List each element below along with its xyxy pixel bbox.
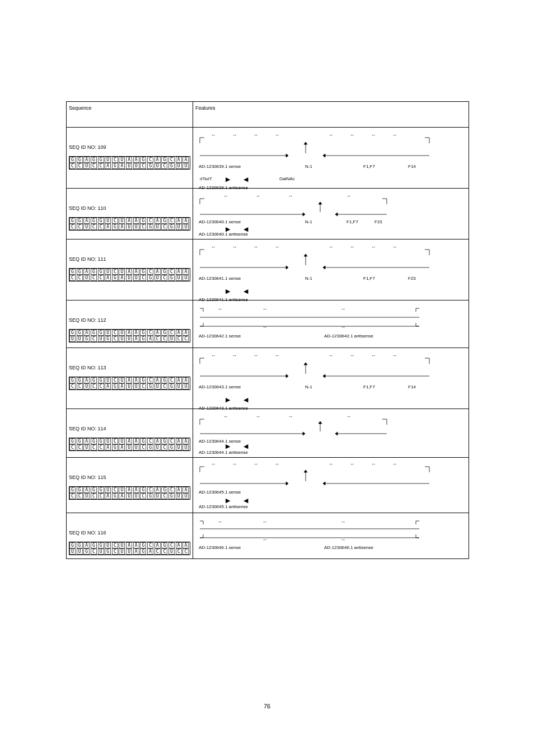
svg-text:N-1: N-1 xyxy=(305,276,312,281)
svg-text:↔: ↔ xyxy=(350,133,354,138)
feature-cell: ↔↔↔ ↔↔ AD-1230646.1 sense AD-1230646.1 a… xyxy=(193,513,469,559)
feature-diagram: ↔↔↔ ↔↔ AD-1230646.1 sense AD-1230646.1 a… xyxy=(195,516,458,552)
sequence-grid: GCGCAUGCGC UACGUAAUAU GCCGAUGCCG AUAU xyxy=(69,486,190,500)
svg-text:↔: ↔ xyxy=(263,537,267,542)
feature-diagram: ↔↔↔ ↔ AD-1230644.1 sense AD-1230644.1 an… xyxy=(195,412,458,457)
seq-name: SEQ ID NO: 109 xyxy=(69,131,190,151)
svg-text:↔: ↔ xyxy=(256,414,260,419)
svg-text:↔: ↔ xyxy=(211,133,216,138)
seq-name: SEQ ID NO: 113 xyxy=(69,351,190,371)
svg-text:↔: ↔ xyxy=(341,519,345,524)
feature-diagram: ↔↔↔↔ ↔↔↔↔ AD-1230639.1 sense AD-1230639.… xyxy=(195,131,458,194)
svg-text:↔: ↔ xyxy=(392,133,397,138)
svg-text:↔: ↔ xyxy=(275,462,279,467)
svg-text:↔: ↔ xyxy=(341,537,345,542)
svg-text:◀: ◀ xyxy=(243,176,249,182)
svg-text:↔: ↔ xyxy=(371,462,376,467)
seq-name: SEQ ID NO: 112 xyxy=(69,304,190,323)
svg-text:↔: ↔ xyxy=(254,133,258,138)
seq-cell: SEQ ID NO: 109 GCGCAUGCGC UACGUAAUAU GCC… xyxy=(67,128,193,189)
svg-text:↔: ↔ xyxy=(254,353,258,358)
svg-text:↔: ↔ xyxy=(350,245,354,250)
svg-text:F1,F7: F1,F7 xyxy=(363,384,375,389)
svg-text:↔: ↔ xyxy=(371,353,376,358)
svg-text:↔: ↔ xyxy=(392,353,397,358)
svg-text:↔: ↔ xyxy=(288,194,293,199)
svg-text:AD-1230639.1 sense: AD-1230639.1 sense xyxy=(199,164,241,169)
page: Sequence Features SEQ ID NO: 109 GCGCAUG… xyxy=(0,0,534,756)
seq-cell: SEQ ID NO: 110 GCGCAUGCGC UACGUAAUAU GCC… xyxy=(67,189,193,240)
col-header-sequence: Sequence xyxy=(67,102,193,128)
svg-text:AD-1230646.1 antisense: AD-1230646.1 antisense xyxy=(324,545,374,550)
sequence-grid: GCGCAUGCGC UACGUAAUAU GCCGAUGCCG AUAU xyxy=(69,438,190,451)
svg-text:↔: ↔ xyxy=(341,325,345,330)
svg-text:↔: ↔ xyxy=(263,307,267,312)
svg-text:↔: ↔ xyxy=(211,462,216,467)
sequence-grid: GUGUAGGCGU UGCCUUAUAA GGCAACGCCU ACAC xyxy=(69,329,190,342)
seq-cell: SEQ ID NO: 115 GCGCAUGCGC UACGUAAUAU GCC… xyxy=(67,458,193,513)
sequence-grid: GCGCAUGCGC UACGUAAUAU GCCGAUGCCG AUAU xyxy=(69,377,190,390)
sequence-grid: GUGUAGGCGU UGCCUUAUAA GGCAACGCCU ACAC xyxy=(69,542,190,555)
feature-cell: ↔↔↔↔ ↔↔↔↔ AD-1230645.1 sense AD-1230645.… xyxy=(193,458,469,513)
svg-text:↔: ↔ xyxy=(218,307,222,312)
svg-text:AD-1230645.1 antisense: AD-1230645.1 antisense xyxy=(199,504,249,509)
svg-text:↔: ↔ xyxy=(232,353,237,358)
seq-cell: SEQ ID NO: 114 GCGCAUGCGC UACGUAAUAU GCC… xyxy=(67,409,193,458)
col-header-spacer xyxy=(453,102,469,128)
sequence-grid: GCGCAUGCGC UACGUAAUAU GCCGAUGCCG AUAU xyxy=(69,156,190,170)
svg-text:↔: ↔ xyxy=(263,325,267,330)
sequence-grid: GCGCAUGCGC UACGUAAUAU GCCGAUGCCG AUAU xyxy=(69,217,190,231)
sequence-feature-table: Sequence Features SEQ ID NO: 109 GCGCAUG… xyxy=(66,101,469,559)
svg-text:▶: ▶ xyxy=(226,497,231,504)
svg-text:↔: ↔ xyxy=(275,133,279,138)
seq-name: SEQ ID NO: 114 xyxy=(69,412,190,432)
svg-text:↔: ↔ xyxy=(341,307,345,312)
col-header-features: Features xyxy=(193,102,453,128)
svg-text:↔: ↔ xyxy=(211,353,216,358)
seq-name: SEQ ID NO: 110 xyxy=(69,192,190,212)
svg-text:↔: ↔ xyxy=(218,519,222,524)
svg-text:AD-1230639.1 antisense: AD-1230639.1 antisense xyxy=(199,185,249,190)
feature-cell: ↔↔↔ ↔ AD-1230640.1 sense AD-1230640.1 an… xyxy=(193,189,469,240)
svg-text:↔: ↔ xyxy=(329,245,333,250)
svg-text:↔: ↔ xyxy=(256,194,260,199)
sequence-grid: GCGCAUGCGC UACGUAAUAU GCCGAUGCCG AUAU xyxy=(69,268,190,281)
svg-text:↔: ↔ xyxy=(223,194,228,199)
svg-text:↔: ↔ xyxy=(392,245,397,250)
svg-text:↔: ↔ xyxy=(211,245,216,250)
svg-text:AD-1230642.1 sense: AD-1230642.1 sense xyxy=(199,334,241,339)
feature-diagram: ↔↔↔ ↔↔ AD-1230642.1 sense AD-1230642.1 a… xyxy=(195,304,458,345)
svg-text:F14: F14 xyxy=(408,164,416,169)
svg-text:◀: ◀ xyxy=(243,396,249,403)
svg-text:AD-1230644.1 sense: AD-1230644.1 sense xyxy=(199,439,241,444)
seq-cell: SEQ ID NO: 116 GUGUAGGCGU UGCCUUAUAA GGC… xyxy=(67,513,193,559)
svg-text:AD-1230643.1 sense: AD-1230643.1 sense xyxy=(199,384,241,389)
seq-cell: SEQ ID NO: 112 GUGUAGGCGU UGCCUUAUAA GGC… xyxy=(67,300,193,348)
svg-text:F23: F23 xyxy=(408,276,416,281)
seq-name: SEQ ID NO: 116 xyxy=(69,516,190,536)
svg-text:AD-1230641.1 antisense: AD-1230641.1 antisense xyxy=(199,297,249,302)
svg-text:◀: ◀ xyxy=(243,288,249,294)
svg-text:N-1: N-1 xyxy=(305,164,312,169)
feature-diagram: ↔↔↔↔ ↔↔↔↔ AD-1230643.1 sense AD-1230643.… xyxy=(195,351,458,414)
svg-text:↔: ↔ xyxy=(350,353,354,358)
svg-text:↔: ↔ xyxy=(275,245,279,250)
svg-text:◀: ◀ xyxy=(243,497,249,504)
seq-cell: SEQ ID NO: 113 GCGCAUGCGC UACGUAAUAU GCC… xyxy=(67,348,193,409)
svg-text:N-1: N-1 xyxy=(305,384,312,389)
svg-text:↔: ↔ xyxy=(346,194,351,199)
feature-cell: ↔↔↔↔ ↔↔↔↔ AD-1230639.1 sense AD-1230639.… xyxy=(193,128,469,189)
svg-text:◀: ◀ xyxy=(243,443,249,449)
svg-text:AD-1230640.1 sense: AD-1230640.1 sense xyxy=(199,219,241,224)
svg-text:AD-1230646.1 sense: AD-1230646.1 sense xyxy=(199,545,241,550)
svg-text:↔: ↔ xyxy=(371,245,376,250)
svg-text:AD-1230645.1 sense: AD-1230645.1 sense xyxy=(199,490,241,495)
svg-text:↔: ↔ xyxy=(288,414,293,419)
feature-cell: ↔↔↔ ↔ AD-1230644.1 sense AD-1230644.1 an… xyxy=(193,409,469,458)
svg-text:F1,F7: F1,F7 xyxy=(363,164,375,169)
svg-text:dTsdT: dTsdT xyxy=(200,176,212,181)
svg-text:AD-1230643.1 antisense: AD-1230643.1 antisense xyxy=(199,406,249,411)
feature-diagram: ↔↔↔ ↔ AD-1230640.1 sense AD-1230640.1 an… xyxy=(195,192,458,239)
svg-text:↔: ↔ xyxy=(392,462,397,467)
svg-text:F14: F14 xyxy=(408,384,416,389)
